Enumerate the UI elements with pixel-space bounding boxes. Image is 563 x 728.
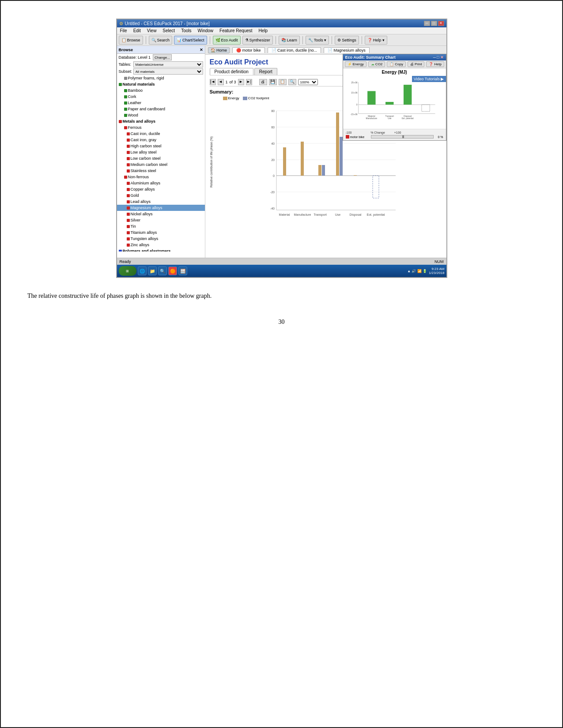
last-btn[interactable]: ►| — [246, 79, 252, 85]
co2-btn[interactable]: ☁ CO2 — [368, 61, 385, 67]
prev-btn[interactable]: ◄ — [218, 79, 224, 85]
save-btn[interactable]: 💾 — [269, 79, 277, 85]
screenshot-container: ⚙ Untitled - CES EduPack 2017 - [motor b… — [116, 19, 447, 278]
menu-view[interactable]: View — [146, 28, 158, 34]
tree-item-polymer-foams[interactable]: Polymer foams, rigid — [117, 75, 205, 81]
menu-tools[interactable]: Tools — [180, 28, 193, 34]
energy-btn[interactable]: ⚡ Energy — [345, 61, 367, 67]
taskbar-win[interactable]: 🪟 — [178, 266, 187, 275]
tree-item-natural[interactable]: Natural materials — [117, 81, 205, 87]
item-color-dot — [127, 244, 130, 247]
tree-item-tin[interactable]: Tin — [117, 223, 205, 229]
zoom-btn[interactable]: 🔍 — [288, 79, 296, 85]
taskbar-ie[interactable]: 🌐 — [138, 266, 147, 275]
window-controls[interactable]: ─ □ ✕ — [424, 21, 444, 26]
tree-item-zinc[interactable]: Zinc alloys — [117, 242, 205, 248]
cast-iron-tab[interactable]: 📄 Cast iron, ductile (no... — [268, 47, 321, 53]
summary-minimize-btn[interactable]: ─ — [433, 55, 436, 60]
taskbar-chrome[interactable]: 🟠 — [168, 266, 177, 275]
summary-close-btn[interactable]: ✕ — [440, 55, 444, 60]
print-summary-btn[interactable]: 🖨 Print — [408, 61, 424, 67]
sidebar-browse-header: Browse ✕ — [117, 46, 205, 54]
item-color-dot — [124, 108, 127, 111]
sidebar-collapse-btn[interactable]: ✕ — [200, 48, 203, 52]
tree-item-magnesium[interactable]: Magnesium alloys — [117, 205, 205, 211]
tree-item-cork[interactable]: Cork — [117, 94, 205, 100]
report-tab[interactable]: Report — [254, 68, 277, 75]
y-axis-label: Relative contribution of life phase (%) — [210, 102, 217, 222]
tables-select[interactable]: MaterialsUniverse — [133, 61, 203, 68]
bar-eot-co2 — [373, 176, 379, 198]
tree-item-cast-iron-gray[interactable]: Cast iron, gray — [117, 137, 205, 143]
minimize-btn[interactable]: ─ — [424, 21, 430, 26]
nav-bar: 🏠 Home 🔴 motor bike 📄 Cast iron, ductile… — [205, 46, 446, 55]
svg-text:40: 40 — [271, 142, 275, 145]
menu-select[interactable]: Select — [161, 28, 176, 34]
motor-bike-tab[interactable]: 🔴 motor bike — [232, 47, 265, 53]
tree-item-high-carbon[interactable]: High carbon steel — [117, 143, 205, 149]
tree-item-gold[interactable]: Gold — [117, 192, 205, 199]
start-btn[interactable]: ⊞ — [119, 266, 136, 276]
chart-select-btn[interactable]: 📊 Chart/Select — [174, 36, 207, 45]
tree-item-aluminium[interactable]: Aluminium alloys — [117, 180, 205, 186]
menu-feature-request[interactable]: Feature Request — [218, 28, 254, 34]
summary-restore-btn[interactable]: □ — [437, 55, 439, 60]
tree-item-ferrous[interactable]: Ferrous — [117, 124, 205, 131]
browse-icon: 📋 — [121, 38, 126, 42]
subset-select[interactable]: All materials — [133, 68, 203, 75]
tree-item-silver[interactable]: Silver — [117, 217, 205, 223]
tree-item-low-alloy[interactable]: Low alloy steel — [117, 149, 205, 155]
tree-item-stainless[interactable]: Stainless steel — [117, 168, 205, 174]
tree-item-medium-carbon[interactable]: Medium carbon steel — [117, 161, 205, 168]
tree-item-polymers[interactable]: Polymers and elastomers — [117, 248, 205, 251]
synthesizer-btn[interactable]: ⚗ Synthesizer — [242, 36, 273, 45]
tree-item-bamboo[interactable]: Bamboo — [117, 87, 205, 94]
copy-icon: 📋 — [389, 62, 394, 66]
print-btn[interactable]: 🖨 — [259, 79, 267, 85]
change-btn[interactable]: Change... — [153, 54, 172, 60]
browse-btn[interactable]: 📋 Browse — [119, 36, 143, 45]
zoom-select[interactable]: 100% — [298, 79, 318, 85]
menu-file[interactable]: File — [119, 28, 128, 34]
toolbar-sep-2 — [210, 36, 210, 44]
settings-btn[interactable]: ⚙ Settings — [335, 36, 359, 45]
help-summary-btn[interactable]: ❓ Help — [426, 61, 444, 67]
tree-item-wood[interactable]: Wood — [117, 112, 205, 118]
tree-item-low-carbon[interactable]: Low carbon steel — [117, 155, 205, 161]
copy-summary-btn[interactable]: 📋 Copy — [387, 61, 406, 67]
tree-item-non-ferrous[interactable]: Non-ferrous — [117, 174, 205, 180]
tree-item-tungsten[interactable]: Tungsten alloys — [117, 236, 205, 242]
learn-btn[interactable]: 📚 Learn — [279, 36, 300, 45]
tree-item-copper[interactable]: Copper alloys — [117, 186, 205, 192]
menu-edit[interactable]: Edit — [132, 28, 142, 34]
home-btn[interactable]: 🏠 Home — [208, 47, 230, 53]
menu-window[interactable]: Window — [196, 28, 215, 34]
menu-help[interactable]: Help — [257, 28, 269, 34]
restore-btn[interactable]: □ — [431, 21, 437, 26]
tree-item-leather[interactable]: Leather — [117, 100, 205, 106]
next-btn[interactable]: ► — [238, 79, 244, 85]
tree-item-metals[interactable]: Metals and alloys — [117, 118, 205, 124]
taskbar-folder[interactable]: 📁 — [148, 266, 157, 275]
tree-item-cast-iron-ductile[interactable]: Cast iron, ductile — [117, 131, 205, 137]
item-color-dot — [127, 139, 130, 142]
tools-btn[interactable]: 🔧 Tools ▾ — [306, 36, 329, 45]
chart-icon: 📊 — [177, 38, 181, 42]
tree-item-lead[interactable]: Lead alloys — [117, 199, 205, 205]
eco-audit-btn[interactable]: 🌿 Eco Audit — [213, 36, 241, 45]
taskbar-search[interactable]: 🔍 — [158, 266, 167, 275]
help-btn[interactable]: ❓ Help ▾ — [365, 36, 387, 45]
tutorial-banner[interactable]: Video Tutorials ▶ — [412, 76, 446, 82]
energy-icon: ⚡ — [348, 62, 352, 66]
first-btn[interactable]: |◄ — [210, 79, 216, 85]
close-btn[interactable]: ✕ — [438, 21, 444, 26]
search-btn[interactable]: 🔍 Search — [149, 36, 173, 45]
tree-item-nickel[interactable]: Nickel alloys — [117, 211, 205, 217]
magnesium-tab[interactable]: 📄 Magnesium alloys — [324, 47, 370, 53]
copy-btn[interactable]: 📋 — [279, 79, 287, 85]
tree-item-paper[interactable]: Paper and cardboard — [117, 106, 205, 112]
product-def-tab[interactable]: Product definition — [210, 68, 253, 75]
legend-energy-color — [223, 97, 227, 100]
tree-item-titanium[interactable]: Titanium alloys — [117, 229, 205, 236]
slider-track[interactable] — [371, 135, 434, 139]
